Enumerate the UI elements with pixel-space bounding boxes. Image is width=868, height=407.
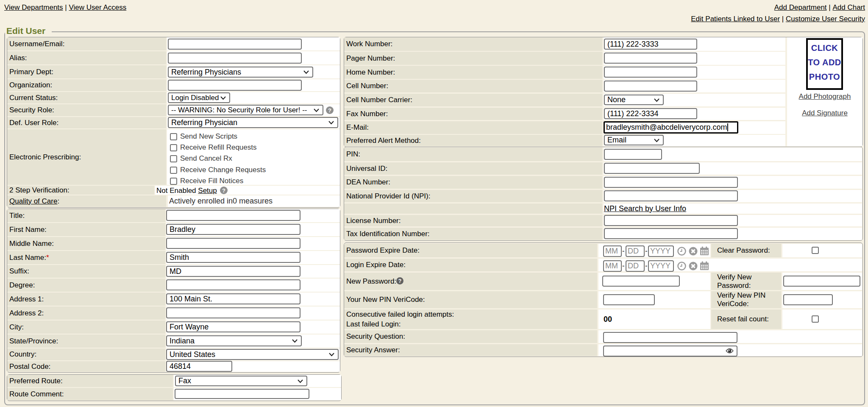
- svg-text:?: ?: [328, 107, 331, 114]
- svg-text:?: ?: [398, 278, 402, 284]
- svg-text:?: ?: [222, 187, 225, 194]
